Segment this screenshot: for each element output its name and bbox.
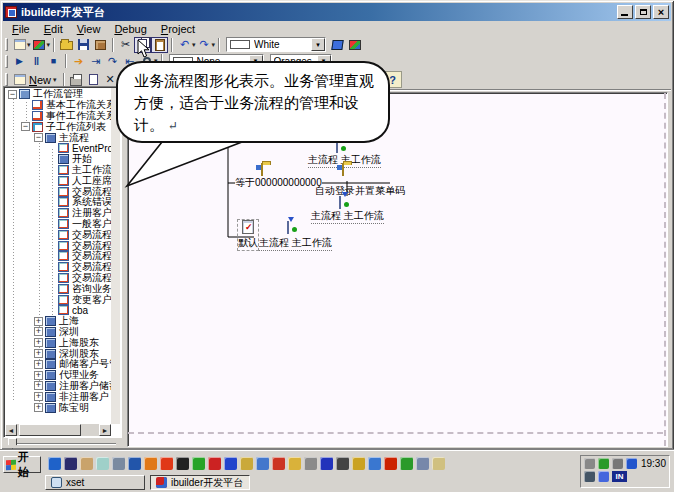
tree-item[interactable]: −主流程 [6, 132, 111, 143]
undo-button[interactable]: ↶ [176, 37, 193, 53]
paste-button[interactable] [151, 37, 168, 53]
display-icon[interactable] [584, 471, 595, 482]
fill-button[interactable] [329, 37, 346, 53]
cut-icon: ✂ [121, 38, 130, 51]
close-button[interactable]: × [653, 5, 669, 19]
menu-edit[interactable]: Edit [44, 23, 63, 35]
tree-zoom-slider[interactable] [6, 438, 118, 449]
flow-node-label[interactable]: 主流程 主工作流 [311, 209, 384, 224]
open-button[interactable] [58, 37, 75, 53]
expand-toggle[interactable]: + [34, 338, 43, 347]
flow-node-icon[interactable] [287, 222, 289, 233]
phone-icon[interactable] [304, 457, 317, 470]
collapse-toggle[interactable]: − [21, 122, 30, 131]
red-c-icon[interactable] [384, 457, 397, 470]
globe-icon[interactable] [128, 457, 141, 470]
expand-toggle[interactable]: + [34, 403, 43, 412]
tree-item[interactable]: EventProcess [6, 143, 111, 154]
toolbar-grip[interactable] [5, 55, 8, 68]
tv-icon[interactable] [192, 457, 205, 470]
castle-icon[interactable] [240, 457, 253, 470]
start-button[interactable]: 开始 [3, 456, 41, 473]
menu-debug[interactable]: Debug [114, 23, 146, 35]
paint-bucket-icon [331, 40, 343, 50]
tree-item[interactable]: cba [6, 305, 111, 316]
green-box-icon[interactable] [400, 457, 413, 470]
help-icon[interactable] [224, 457, 237, 470]
expand-toggle[interactable]: + [34, 371, 43, 380]
new-project-button[interactable] [11, 37, 28, 53]
ie2-icon[interactable] [368, 457, 381, 470]
step-button[interactable]: ➔ [70, 53, 87, 69]
step-into-button[interactable]: ⇥ [87, 53, 104, 69]
picture-button[interactable] [346, 37, 363, 53]
refresh-icon[interactable] [598, 458, 609, 469]
toolbar-grip[interactable] [5, 38, 8, 51]
msn-icon[interactable] [112, 457, 125, 470]
netscape-icon[interactable] [64, 457, 77, 470]
minimize-button[interactable] [617, 5, 633, 19]
clock: 19:30 [641, 458, 666, 469]
combo-dropdown[interactable]: ▾ [311, 38, 325, 51]
stop-button[interactable]: ■ [45, 53, 62, 69]
toolbar-grip[interactable] [5, 73, 8, 86]
media-icon[interactable] [208, 457, 221, 470]
add-item-button[interactable] [31, 37, 48, 53]
cd-icon[interactable] [96, 457, 109, 470]
pdf-icon[interactable] [272, 457, 285, 470]
plug-icon[interactable] [584, 458, 595, 469]
save-button[interactable] [75, 37, 92, 53]
expand-toggle[interactable]: + [34, 327, 43, 336]
build-button[interactable] [92, 37, 109, 53]
winamp2-icon[interactable] [160, 457, 173, 470]
restore-button[interactable] [635, 5, 651, 19]
language-indicator[interactable]: IN [612, 471, 627, 482]
new-object-dropdown[interactable]: ▾ [53, 76, 57, 84]
tree-item[interactable]: 变更客户密码 [6, 294, 111, 305]
flow-node-label[interactable]: 主流程 主工作流 [259, 236, 332, 251]
flow-node-icon[interactable] [342, 164, 344, 175]
expand-toggle[interactable]: + [34, 392, 43, 401]
paint-icon[interactable] [352, 457, 365, 470]
task-button-ibuilder[interactable]: ibuilder开发平台 [150, 475, 250, 490]
info-icon[interactable] [320, 457, 333, 470]
ie-icon[interactable] [48, 457, 61, 470]
mail-icon[interactable] [80, 457, 93, 470]
slider-thumb[interactable] [8, 438, 17, 449]
expand-toggle[interactable]: + [34, 381, 43, 390]
browser-icon[interactable] [256, 457, 269, 470]
tree-item[interactable]: +陈宝明 [6, 402, 111, 413]
cut-button[interactable]: ✂ [117, 37, 134, 53]
scroll-right-button[interactable]: ► [99, 424, 111, 436]
flag-icon[interactable] [626, 458, 637, 469]
flow-node-label[interactable]: 自动登录并置菜单码 [315, 184, 405, 198]
speaker-icon[interactable] [612, 458, 623, 469]
flow-node-icon[interactable] [261, 164, 263, 175]
expand-toggle[interactable]: + [34, 360, 43, 369]
menu-view[interactable]: View [77, 23, 101, 35]
tree-horizontal-scrollbar[interactable]: ◄ ► [5, 424, 111, 436]
run-button[interactable]: ▶ [11, 53, 28, 69]
scroll-left-button[interactable]: ◄ [5, 424, 17, 436]
search-icon[interactable] [416, 457, 429, 470]
expand-toggle[interactable]: + [34, 317, 43, 326]
collapse-toggle[interactable]: − [8, 90, 17, 99]
redo-button[interactable]: ↷ [196, 37, 213, 53]
task-button-xset[interactable]: xset [45, 475, 145, 490]
pause-button[interactable]: ‖ [28, 53, 45, 69]
winamp-icon[interactable] [144, 457, 157, 470]
ime-icon[interactable] [598, 471, 609, 482]
step-over-button[interactable]: ↷ [104, 53, 121, 69]
flow-node-icon[interactable] [339, 197, 341, 208]
menu-file[interactable]: File [12, 23, 30, 35]
notes-icon[interactable] [432, 457, 445, 470]
schedule-icon[interactable] [288, 457, 301, 470]
fill-color-combo[interactable]: White ▾ [226, 37, 326, 52]
menu-project[interactable]: Project [161, 23, 195, 35]
monitor-icon[interactable] [336, 457, 349, 470]
flow-default-node[interactable]: 默认 [238, 220, 258, 250]
scrollbar-thumb[interactable] [19, 424, 81, 436]
expand-toggle[interactable]: + [34, 349, 43, 358]
qq-icon[interactable] [176, 457, 189, 470]
collapse-toggle[interactable]: − [34, 133, 43, 142]
